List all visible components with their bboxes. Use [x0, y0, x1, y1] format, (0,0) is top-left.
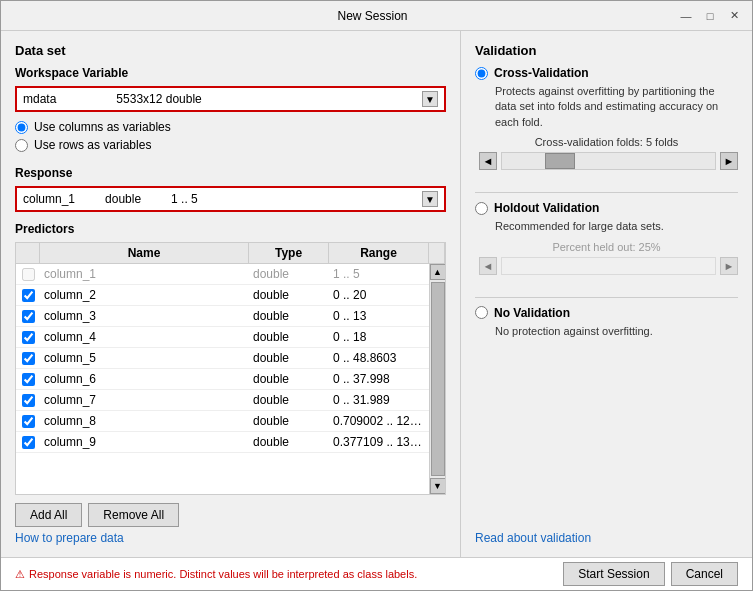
window-title: New Session [69, 9, 676, 23]
workspace-dropdown-arrow[interactable]: ▼ [422, 91, 438, 107]
table-body: column_1double1 .. 5column_2double0 .. 2… [16, 264, 429, 494]
status-actions: Start Session Cancel [563, 562, 738, 586]
row-checkbox-cell [16, 390, 40, 410]
row-range: 1 .. 5 [329, 264, 429, 284]
row-checkbox[interactable] [22, 373, 35, 386]
cross-validation-desc: Protects against overfitting by partitio… [495, 84, 738, 130]
scroll-up-button[interactable]: ▲ [430, 264, 446, 280]
response-type: double [105, 192, 141, 206]
remove-all-button[interactable]: Remove All [88, 503, 179, 527]
table-scrollbar[interactable]: ▲ ▼ [429, 264, 445, 494]
row-name: column_7 [40, 390, 249, 410]
cross-validation-radio[interactable] [475, 67, 488, 80]
holdout-percent-label: Percent held out: 25% [475, 241, 738, 253]
row-type: double [249, 411, 329, 431]
row-checkbox-cell [16, 432, 40, 452]
row-checkbox-cell [16, 348, 40, 368]
holdout-radio[interactable] [475, 202, 488, 215]
workspace-type: 5533x12 double [116, 92, 201, 106]
status-bar: ⚠ Response variable is numeric. Distinct… [1, 557, 752, 590]
table-row: column_1double1 .. 5 [16, 264, 429, 285]
row-range: 0.377109 .. 135.255 [329, 432, 429, 452]
use-columns-radio[interactable] [15, 121, 28, 134]
use-rows-radio-item[interactable]: Use rows as variables [15, 138, 446, 152]
close-button[interactable]: ✕ [724, 6, 744, 26]
folds-slider-row: ◄ ► [479, 152, 738, 170]
workspace-dropdown[interactable]: mdata 5533x12 double ▼ [15, 86, 446, 112]
use-rows-radio[interactable] [15, 139, 28, 152]
folds-slider-right[interactable]: ► [720, 152, 738, 170]
predictors-label: Predictors [15, 222, 446, 236]
row-checkbox-cell [16, 285, 40, 305]
status-warning: ⚠ Response variable is numeric. Distinct… [15, 568, 417, 581]
response-dropdown[interactable]: column_1 double 1 .. 5 ▼ [15, 186, 446, 212]
cancel-button[interactable]: Cancel [671, 562, 738, 586]
row-checkbox[interactable] [22, 394, 35, 407]
use-columns-radio-item[interactable]: Use columns as variables [15, 120, 446, 134]
th-range: Range [329, 243, 429, 263]
no-validation-radio-row: No Validation [475, 306, 738, 320]
holdout-slider-row: ◄ ► [479, 257, 738, 275]
scroll-thumb[interactable] [431, 282, 445, 476]
row-range: 0 .. 31.989 [329, 390, 429, 410]
minimize-button[interactable]: — [676, 6, 696, 26]
row-checkbox[interactable] [22, 331, 35, 344]
th-checkbox [16, 243, 40, 263]
no-validation-desc: No protection against overfitting. [495, 324, 738, 339]
workspace-variable-label: Workspace Variable [15, 66, 446, 80]
row-type: double [249, 327, 329, 347]
workspace-value: mdata [23, 92, 56, 106]
row-name: column_6 [40, 369, 249, 389]
response-label: Response [15, 166, 446, 180]
row-checkbox[interactable] [22, 268, 35, 281]
row-checkbox[interactable] [22, 310, 35, 323]
titlebar: New Session — □ ✕ [1, 1, 752, 31]
row-checkbox-cell [16, 306, 40, 326]
table-row: column_5double0 .. 48.8603 [16, 348, 429, 369]
row-name: column_5 [40, 348, 249, 368]
no-validation-radio[interactable] [475, 306, 488, 319]
no-validation-option: No Validation No protection against over… [475, 306, 738, 345]
read-validation-link[interactable]: Read about validation [475, 531, 738, 545]
row-name: column_3 [40, 306, 249, 326]
row-name: column_9 [40, 432, 249, 452]
predictor-buttons: Add All Remove All [15, 503, 446, 527]
variable-orientation-group: Use columns as variables Use rows as var… [15, 120, 446, 156]
how-to-link[interactable]: How to prepare data [15, 531, 446, 545]
scroll-down-button[interactable]: ▼ [430, 478, 446, 494]
right-panel: Validation Cross-Validation Protects aga… [461, 31, 752, 557]
holdout-slider-left[interactable]: ◄ [479, 257, 497, 275]
row-type: double [249, 285, 329, 305]
folds-slider-left[interactable]: ◄ [479, 152, 497, 170]
folds-slider-track[interactable] [501, 152, 716, 170]
table-row: column_2double0 .. 20 [16, 285, 429, 306]
response-dropdown-arrow[interactable]: ▼ [422, 191, 438, 207]
table-row: column_4double0 .. 18 [16, 327, 429, 348]
row-range: 0 .. 48.8603 [329, 348, 429, 368]
response-name: column_1 [23, 192, 75, 206]
row-type: double [249, 390, 329, 410]
table-body-container: column_1double1 .. 5column_2double0 .. 2… [16, 264, 445, 494]
cross-validation-option: Cross-Validation Protects against overfi… [475, 66, 738, 170]
row-checkbox[interactable] [22, 352, 35, 365]
add-all-button[interactable]: Add All [15, 503, 82, 527]
table-row: column_6double0 .. 37.998 [16, 369, 429, 390]
row-checkbox-cell [16, 411, 40, 431]
use-rows-label: Use rows as variables [34, 138, 151, 152]
holdout-slider-right[interactable]: ► [720, 257, 738, 275]
row-name: column_8 [40, 411, 249, 431]
row-name: column_4 [40, 327, 249, 347]
row-checkbox[interactable] [22, 415, 35, 428]
start-session-button[interactable]: Start Session [563, 562, 664, 586]
window-controls: — □ ✕ [676, 6, 744, 26]
th-scrollspace [429, 243, 445, 263]
th-name: Name [40, 243, 249, 263]
row-checkbox[interactable] [22, 289, 35, 302]
main-content: Data set Workspace Variable mdata 5533x1… [1, 31, 752, 557]
folds-slider-thumb[interactable] [545, 153, 575, 169]
maximize-button[interactable]: □ [700, 6, 720, 26]
row-range: 0 .. 13 [329, 306, 429, 326]
no-validation-label: No Validation [494, 306, 570, 320]
validation-title: Validation [475, 43, 738, 58]
row-checkbox[interactable] [22, 436, 35, 449]
